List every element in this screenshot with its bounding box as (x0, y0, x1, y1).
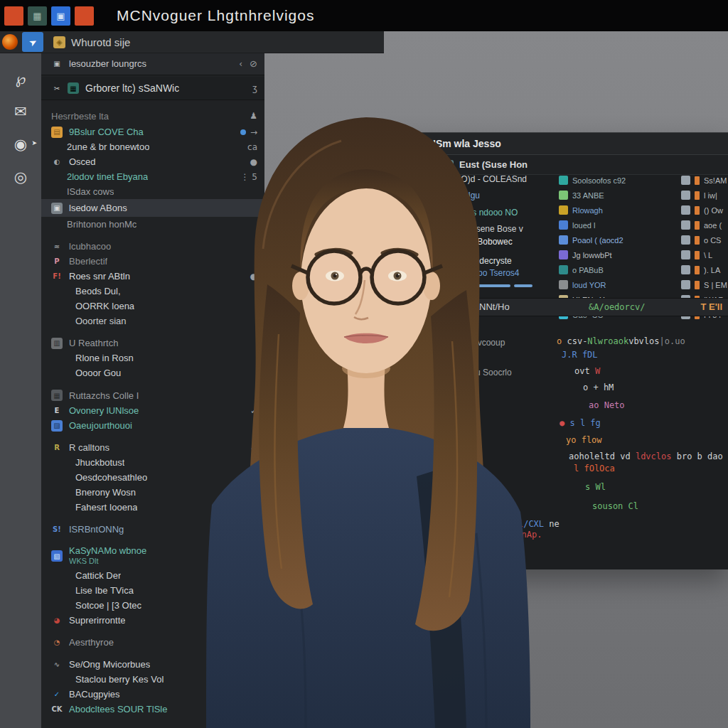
tile-red-2[interactable] (75, 6, 94, 26)
extension-label: o PABuB (572, 266, 604, 274)
extension-label: ). LA (704, 266, 720, 274)
extension-icon (559, 250, 568, 259)
extension-row[interactable]: aoe ( (681, 218, 728, 232)
screenshot-root: ISm wla Jesso Eust (Suse Hon ORIO)d - CO… (0, 0, 728, 728)
sidebar-item-label: Oaeujourthouoi (69, 420, 132, 431)
extension-label: aoe ( (704, 221, 722, 230)
grid-icon: ▦ (51, 390, 63, 401)
sidebar-item[interactable]: ✂▦Grborer ltc) sSaNWicʒ (41, 77, 264, 100)
extension-row[interactable]: ). LA (681, 262, 728, 277)
extension-row[interactable]: Ss!AM (681, 173, 728, 188)
extension-row[interactable]: 33 ANBE (559, 188, 626, 203)
code-token: J.R fDL (562, 350, 598, 360)
extension-label: loued l (572, 221, 595, 230)
privacy-icon[interactable]: ◉➤ (14, 128, 27, 161)
circle-icon: ◐ (51, 156, 63, 168)
extension-row[interactable]: o CS (681, 232, 728, 247)
code-line: ● s l fg (560, 418, 601, 428)
tools-icon[interactable]: ℘ (16, 63, 26, 95)
tile-blue[interactable]: ▣ (51, 6, 70, 26)
mail-icon[interactable]: ✉ (14, 95, 27, 128)
orange-bar-icon (695, 236, 700, 245)
flag-icon: F! (51, 271, 63, 282)
sidebar-item-label: Brihtonon honMc (67, 219, 136, 230)
sidebar-item-label: Roes snr ABtln (69, 271, 130, 282)
sidebar-item-label: KaSyNAMo wbnoe (69, 545, 146, 556)
sidebar-item-label: OORRK loena (75, 301, 134, 311)
window-icon: ▣ (51, 203, 63, 214)
sidebar-item-label: Bberlectif (69, 256, 107, 267)
activity-bar: ℘✉◉➤◎ (0, 53, 41, 728)
code-token: ● (560, 418, 569, 428)
extension-row[interactable]: loued l (559, 218, 626, 232)
tab-badge: T E'll (700, 301, 722, 312)
badge-icon: ▦ (68, 82, 79, 94)
browser-icon[interactable] (2, 34, 18, 50)
extension-row[interactable]: Poaol ( (aocd2 (559, 232, 626, 247)
sidebar-item-label: Suprerirrontte (69, 615, 125, 626)
sidebar-item-label: 9Bslur COVE Cha (69, 127, 144, 137)
sidebar-item-label: lesouzber loungrcs (69, 58, 146, 69)
cursor-tool-button[interactable]: ➤ (22, 32, 43, 52)
extension-label: l iw| (704, 191, 717, 200)
sidebar-item-label: Beods Dul, (75, 286, 121, 296)
code-token: ovt (574, 366, 595, 376)
orange-bar-icon (695, 176, 700, 185)
sidebar-item-label: Lise Ibe TVica (75, 585, 134, 596)
bird-icon: ∿ (51, 659, 63, 670)
pin-icon[interactable]: ⊘ (250, 58, 257, 69)
orange-bar-icon (695, 206, 700, 215)
pie-icon: ◔ (51, 637, 63, 648)
sidebar-item-label: R calltons (69, 442, 109, 453)
small-arrow-icon: ➤ (32, 139, 38, 146)
extension-label: 33 ANBE (572, 191, 604, 200)
extension-row[interactable]: () Ow (681, 203, 728, 218)
code-token: csv- (567, 336, 587, 346)
orange-bar-icon (695, 221, 700, 230)
tile-red-1[interactable] (4, 6, 23, 26)
ck-icon: CK (51, 704, 63, 715)
sidebar-item-label: Hesrrbeste lta (51, 111, 109, 122)
extension-row[interactable]: S | EM (681, 277, 728, 292)
code-token: Nlwroaok (587, 336, 628, 346)
badge-icon: ▧ (51, 550, 63, 562)
extension-label: Rlowagh (572, 206, 603, 215)
sidebar-item-label: Oooor Gou (75, 368, 121, 378)
code-token: yo flow (566, 435, 602, 445)
sidebar-item-label: Staclou berry Kes Vol (75, 674, 164, 685)
folder-icon: ▤ (51, 127, 63, 138)
code-token: aoholeltd vd (569, 451, 636, 461)
blue-doc-icon: ▨ (51, 420, 63, 432)
sidebar-item-label: Sotcoe | [3 Otec (75, 600, 141, 611)
camera-icon[interactable]: ◎ (14, 161, 27, 193)
extension-row[interactable]: Soolsoofos c92 (559, 173, 626, 188)
cursor-icon: ➤ (27, 36, 39, 48)
code-token: ao Neto (589, 400, 625, 410)
extension-icon (681, 191, 690, 200)
extension-icon (681, 205, 690, 215)
extension-row[interactable]: o PABuB (559, 262, 626, 277)
branch-label: &A/oedorcv/ (589, 302, 645, 312)
code-line: s Wl (585, 482, 606, 492)
row-action-icon[interactable]: ʒ (252, 83, 257, 93)
extension-label: () Ow (704, 206, 723, 215)
sidebar-item-label: Ruttazchs Colle I (69, 390, 139, 401)
extension-row[interactable]: loud YOR (559, 277, 626, 292)
extension-row[interactable]: l iw| (681, 188, 728, 203)
sidebar-item-label: Aesrthyroe (69, 637, 114, 648)
extension-icon (559, 220, 568, 230)
extension-row[interactable]: Rlowagh (559, 203, 626, 218)
row-action-icon[interactable]: ‹ (239, 59, 242, 69)
sidebar-item[interactable]: ▣lesouzber loungrcs‹⊘ (41, 53, 264, 75)
code-token: ldvclos (636, 451, 672, 461)
book-icon: ▥ (51, 338, 63, 349)
code-line: ao Neto (589, 400, 625, 410)
extension-icon (559, 191, 568, 200)
extension-row[interactable]: Jg lowwbPt (559, 247, 626, 262)
s-icon: S! (51, 524, 63, 535)
sidebar-item-label: Fahesrt Iooena (75, 502, 137, 513)
code-token: ne (544, 519, 560, 529)
tile-teal[interactable]: ▦ (28, 6, 47, 26)
extension-row[interactable]: \ L (681, 247, 728, 262)
p-icon: P (51, 256, 63, 267)
